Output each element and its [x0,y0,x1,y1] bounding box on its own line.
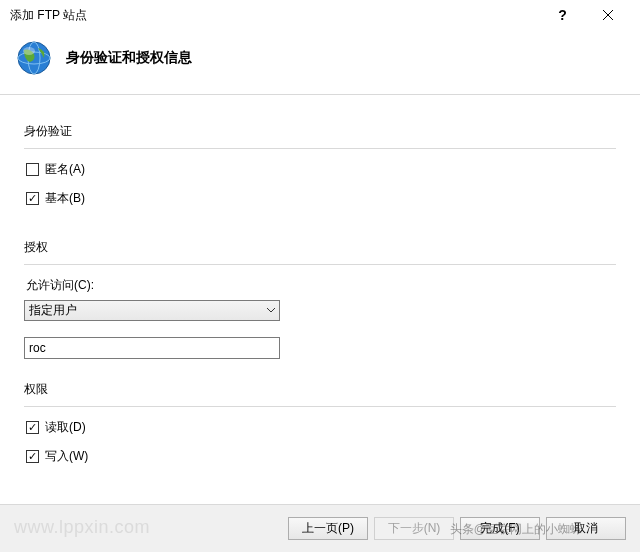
basic-checkbox-row[interactable]: 基本(B) [26,190,616,207]
finish-button[interactable]: 完成(F) [460,517,540,540]
cancel-button[interactable]: 取消 [546,517,626,540]
write-label: 写入(W) [45,448,88,465]
authz-section-title: 授权 [24,239,616,256]
write-checkbox-row[interactable]: 写入(W) [26,448,616,465]
write-checkbox[interactable] [26,450,39,463]
section-rule [24,264,616,265]
close-icon [603,10,613,20]
allow-access-label: 允许访问(C): [26,277,616,294]
section-rule [24,148,616,149]
read-checkbox[interactable] [26,421,39,434]
select-value: 指定用户 [29,302,77,319]
read-checkbox-row[interactable]: 读取(D) [26,419,616,436]
watermark: www.lppxin.com [14,517,150,538]
user-input[interactable] [24,337,280,359]
auth-section-title: 身份验证 [24,123,616,140]
window-title: 添加 FTP 站点 [10,7,540,24]
basic-checkbox[interactable] [26,192,39,205]
help-button[interactable]: ? [540,0,585,30]
permissions-title: 权限 [24,381,616,398]
content-area: 身份验证 匿名(A) 基本(B) 授权 允许访问(C): 指定用户 权限 读取(… [0,95,640,487]
page-title: 身份验证和授权信息 [66,49,192,67]
anonymous-checkbox-row[interactable]: 匿名(A) [26,161,616,178]
anonymous-label: 匿名(A) [45,161,85,178]
basic-label: 基本(B) [45,190,85,207]
allow-access-select[interactable]: 指定用户 [24,300,280,321]
authorization-section: 授权 允许访问(C): 指定用户 权限 读取(D) 写入(W) [24,239,616,465]
next-button: 下一步(N) [374,517,454,540]
section-rule [24,406,616,407]
dialog-header: 身份验证和授权信息 [0,30,640,94]
anonymous-checkbox[interactable] [26,163,39,176]
prev-button[interactable]: 上一页(P) [288,517,368,540]
titlebar: 添加 FTP 站点 ? [0,0,640,30]
svg-point-5 [23,47,35,55]
globe-icon [16,40,52,76]
read-label: 读取(D) [45,419,86,436]
close-button[interactable] [585,0,630,30]
